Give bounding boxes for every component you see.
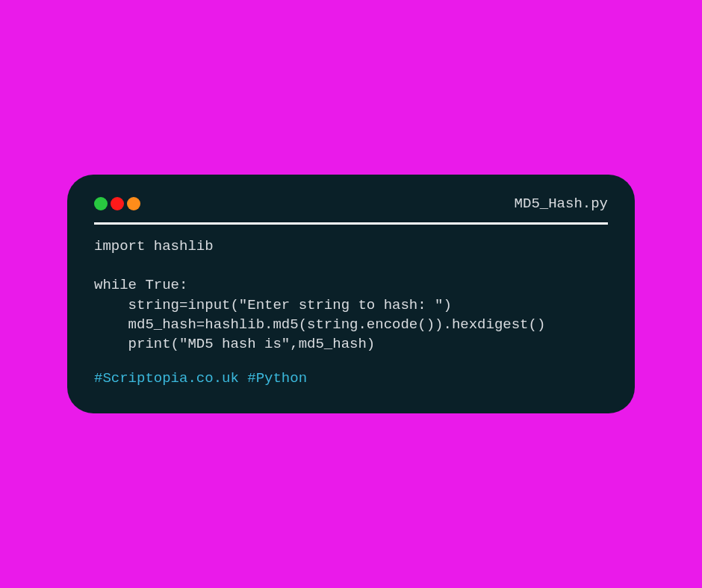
code-block: import hashlib while True: string=input(…: [94, 237, 608, 354]
terminal-header: MD5_Hash.py: [94, 196, 608, 212]
divider: [94, 222, 608, 225]
traffic-lights: [94, 197, 140, 210]
filename-label: MD5_Hash.py: [515, 196, 608, 212]
close-icon[interactable]: [94, 197, 108, 210]
hashtags-text: #Scriptopia.co.uk #Python: [94, 370, 608, 387]
maximize-icon[interactable]: [127, 197, 140, 210]
terminal-window: MD5_Hash.py import hashlib while True: s…: [67, 175, 635, 413]
minimize-icon[interactable]: [111, 197, 124, 210]
